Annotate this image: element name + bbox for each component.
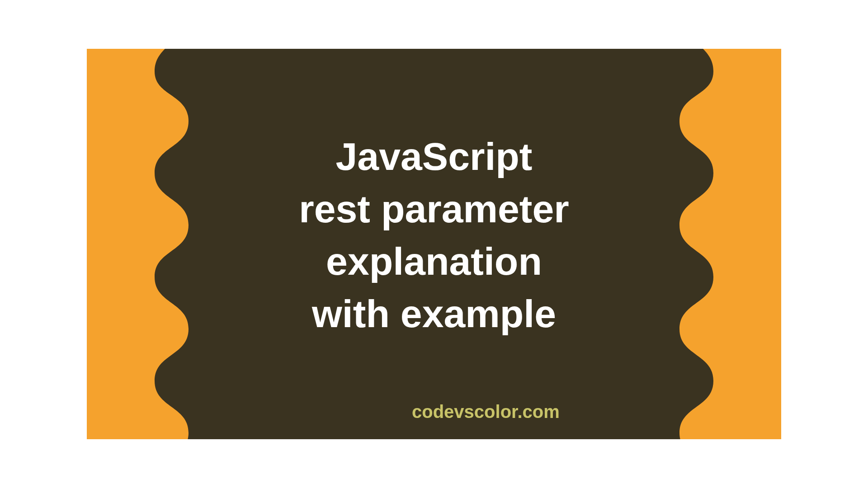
text-container: JavaScript rest parameter explanation wi…: [87, 49, 781, 439]
title-line-3: explanation: [326, 239, 542, 283]
title-line-4: with example: [312, 292, 556, 335]
attribution-label: codevscolor.com: [412, 402, 560, 422]
banner-canvas: JavaScript rest parameter explanation wi…: [87, 49, 781, 439]
title-line-2: rest parameter: [299, 187, 569, 230]
banner-title: JavaScript rest parameter explanation wi…: [299, 130, 569, 340]
title-line-1: JavaScript: [335, 135, 532, 178]
